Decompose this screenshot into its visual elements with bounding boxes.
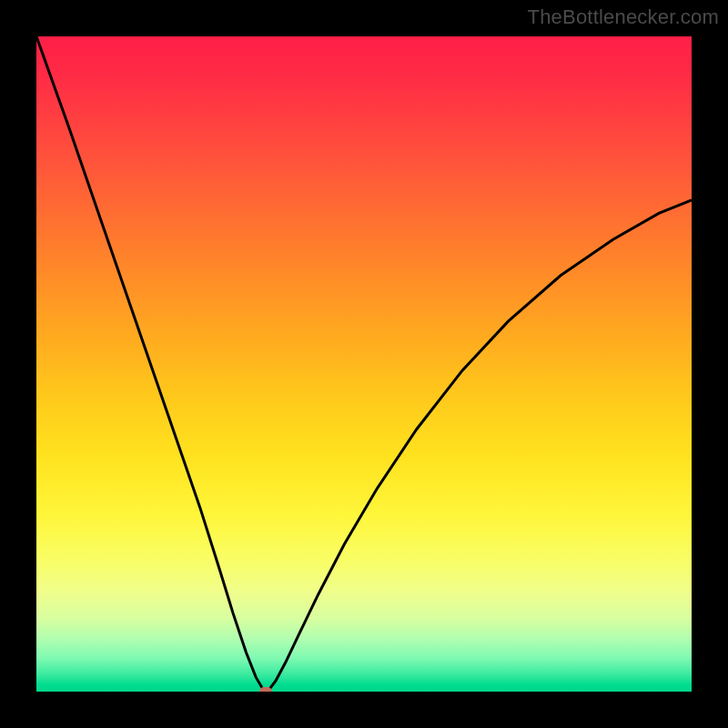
minimum-marker bbox=[259, 687, 272, 692]
watermark-text: TheBottlenecker.com bbox=[528, 5, 719, 29]
bottleneck-curve-path bbox=[36, 36, 692, 692]
bottleneck-curve-svg bbox=[36, 36, 692, 692]
chart-plot-area bbox=[36, 36, 692, 692]
